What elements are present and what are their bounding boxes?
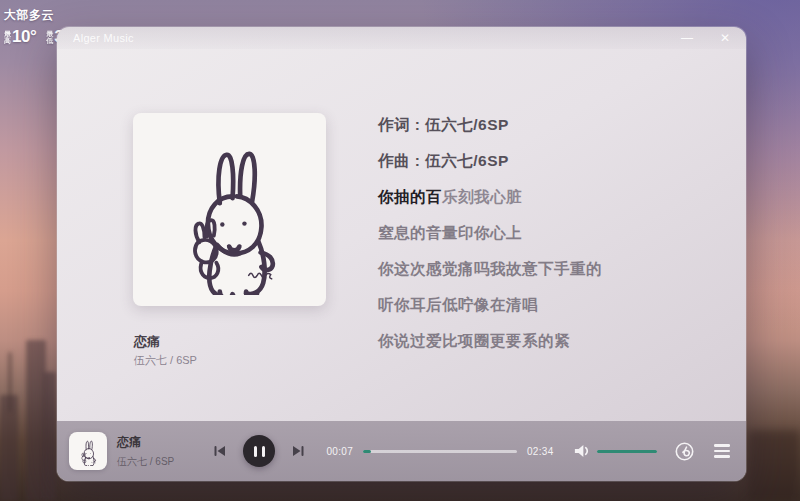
pause-button[interactable]: [243, 435, 275, 467]
track-artist: 伍六七 / 6SP: [134, 353, 197, 368]
volume-fill: [597, 450, 657, 453]
city-shadow: [748, 430, 800, 501]
progress-fill: [363, 450, 371, 453]
desktop-background: 大部多云 最高 10° 最低 3° Alger Music — ✕ 恋痛: [0, 0, 800, 501]
lyric-line[interactable]: 作曲 : 伍六七/6SP: [378, 143, 708, 179]
mini-album-art[interactable]: [69, 432, 107, 470]
netease-icon: [675, 442, 694, 461]
tower-silhouette: [8, 352, 12, 412]
lyric-line[interactable]: 听你耳后低咛像在清唱: [378, 287, 708, 323]
player-bar: 恋痛 伍六七 / 6SP 00:07: [57, 421, 746, 481]
weather-condition: 大部多云: [4, 7, 69, 24]
volume-slider[interactable]: [597, 450, 657, 453]
playlist-icon: [714, 444, 730, 446]
playlist-button[interactable]: [714, 444, 730, 457]
pause-icon: [254, 446, 265, 457]
player-track-title: 恋痛: [117, 434, 197, 451]
volume-icon: [573, 443, 589, 459]
lyric-line[interactable]: 窒息的音量印你心上: [378, 215, 708, 251]
close-button[interactable]: ✕: [718, 32, 732, 44]
lyric-line[interactable]: 你这次感觉痛吗我故意下手重的: [378, 251, 708, 287]
weather-low-label: 最低: [46, 30, 53, 44]
lyric-unsung-text: 乐刻我心脏: [442, 187, 522, 208]
window-title: Alger Music: [73, 32, 134, 44]
rabbit-illustration: [145, 125, 315, 295]
app-window: Alger Music — ✕ 恋痛 伍六七 / 6SP 作词 : 伍六七/6S…: [57, 27, 746, 481]
player-track-artist: 伍六七 / 6SP: [117, 455, 197, 469]
current-time: 00:07: [323, 446, 353, 457]
window-titlebar[interactable]: Alger Music — ✕: [57, 27, 746, 49]
progress-bar[interactable]: [363, 450, 517, 453]
album-art: [133, 113, 326, 306]
mute-toggle-button[interactable]: [573, 443, 589, 459]
minimize-button[interactable]: —: [680, 32, 694, 44]
next-button[interactable]: [291, 444, 305, 458]
weather-high-value: 10°: [12, 27, 36, 47]
weather-high-label: 最高: [4, 30, 11, 44]
duration: 02:34: [527, 446, 559, 457]
track-title: 恋痛: [134, 333, 160, 351]
previous-button[interactable]: [213, 444, 227, 458]
previous-icon: [213, 444, 227, 458]
lyric-line-current[interactable]: 你抽的百乐刻我心脏: [378, 179, 708, 215]
rabbit-illustration: [73, 436, 103, 466]
next-icon: [291, 444, 305, 458]
lyric-line[interactable]: 你说过爱比项圈更要系的紧: [378, 323, 708, 359]
lyric-line[interactable]: 作词 : 伍六七/6SP: [378, 107, 708, 143]
lyric-sung-text: 你抽的百: [378, 187, 442, 208]
building-silhouette: [26, 340, 46, 501]
building-silhouette: [44, 372, 56, 501]
music-source-button[interactable]: [675, 442, 694, 461]
lyrics-panel: 作词 : 伍六七/6SP 作曲 : 伍六七/6SP 你抽的百乐刻我心脏 窒息的音…: [378, 107, 708, 359]
